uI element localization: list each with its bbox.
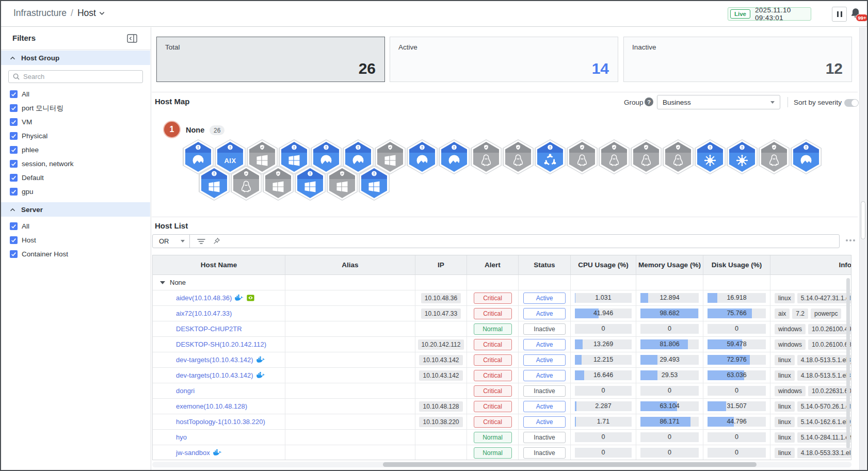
host-name-link[interactable]: dongri bbox=[176, 387, 195, 395]
column-header-information[interactable]: Information bbox=[770, 255, 851, 274]
host-name-link[interactable]: DESKTOP-CHUP2TR bbox=[176, 325, 242, 333]
filter-icon[interactable] bbox=[197, 238, 205, 245]
section-header-host-group[interactable]: Host Group bbox=[1, 51, 150, 65]
alert-badge: Critical bbox=[474, 339, 512, 350]
hexagon-tux-host[interactable] bbox=[759, 139, 790, 174]
column-header-status[interactable]: Status bbox=[519, 255, 571, 274]
table-group-row[interactable]: None bbox=[153, 275, 851, 290]
pin-icon[interactable] bbox=[213, 237, 220, 245]
alert-badge: Critical bbox=[474, 308, 512, 319]
hexagon-windows-host[interactable] bbox=[327, 166, 358, 201]
checkbox-checked-icon[interactable] bbox=[10, 104, 18, 112]
filter-checkbox-item[interactable]: phlee bbox=[1, 143, 150, 157]
hexagon-rocky-host[interactable] bbox=[439, 139, 470, 174]
column-header-alert[interactable]: Alert bbox=[467, 255, 519, 274]
filter-checkbox-item[interactable]: All bbox=[1, 87, 150, 101]
alias-cell bbox=[285, 337, 415, 352]
collapse-group-icon[interactable] bbox=[160, 281, 165, 284]
filter-checkbox-item[interactable]: All bbox=[1, 219, 150, 233]
pause-button[interactable] bbox=[832, 7, 847, 22]
disk-usage-cell: 0 bbox=[703, 430, 770, 445]
breadcrumb-host-menu[interactable]: Host bbox=[77, 8, 105, 19]
filter-checkbox-item[interactable]: session, network bbox=[1, 157, 150, 171]
info-chip: linux bbox=[775, 432, 795, 443]
host-list-title: Host List bbox=[155, 221, 188, 230]
hexagon-centos-host[interactable] bbox=[695, 139, 726, 174]
host-name-link[interactable]: DESKTOP-SH(10.20.142.112) bbox=[176, 340, 266, 348]
column-header-disk-usage-[interactable]: Disk Usage (%) bbox=[703, 255, 770, 274]
windows-os-icon bbox=[207, 180, 221, 194]
column-header-cpu-usage-[interactable]: CPU Usage (%) bbox=[571, 255, 636, 274]
hexagon-tux-host[interactable] bbox=[231, 166, 262, 201]
card-inactive[interactable]: Inactive 12 bbox=[623, 37, 852, 82]
card-total[interactable]: Total 26 bbox=[156, 37, 385, 82]
page-scrollbar-thumb[interactable] bbox=[861, 201, 865, 239]
hexagon-windows-host[interactable] bbox=[359, 166, 390, 201]
host-name-link[interactable]: hyo bbox=[176, 433, 187, 441]
group-by-select[interactable]: Business bbox=[657, 95, 780, 109]
checkbox-checked-icon[interactable] bbox=[10, 118, 18, 126]
divider bbox=[152, 217, 858, 217]
status-cell: Active bbox=[519, 337, 571, 352]
host-name-link[interactable]: aidev(10.10.48.36) bbox=[176, 294, 232, 302]
hexagon-tux-host[interactable] bbox=[631, 139, 662, 174]
filter-checkbox-item[interactable]: gpu bbox=[1, 185, 150, 199]
more-options-button[interactable] bbox=[846, 239, 855, 241]
checkbox-checked-icon[interactable] bbox=[10, 132, 18, 140]
host-name-link[interactable]: aix72(10.10.47.33) bbox=[176, 310, 232, 317]
checkbox-checked-icon[interactable] bbox=[10, 236, 18, 244]
horizontal-scrollbar-thumb[interactable] bbox=[383, 462, 757, 467]
checkbox-checked-icon[interactable] bbox=[10, 222, 18, 230]
cpu-usage-bar: 1.71 bbox=[575, 417, 632, 427]
ip-chip: 10.20.142.112 bbox=[418, 339, 464, 350]
checkbox-checked-icon[interactable] bbox=[10, 188, 18, 196]
hexagon-tux-host[interactable] bbox=[567, 139, 598, 174]
docker-icon bbox=[256, 372, 265, 379]
hexagon-tux-host[interactable] bbox=[663, 139, 694, 174]
column-header-host-name[interactable]: Host Name bbox=[153, 255, 285, 274]
host-name-link[interactable]: exemone(10.10.48.128) bbox=[176, 402, 247, 410]
filter-checkbox-item[interactable]: VM bbox=[1, 115, 150, 129]
search-input[interactable] bbox=[23, 73, 138, 80]
hexagon-windows-host[interactable] bbox=[199, 166, 230, 201]
checkbox-checked-icon[interactable] bbox=[10, 146, 18, 154]
column-header-ip[interactable]: IP bbox=[415, 255, 467, 274]
host-name-link[interactable]: dev-targets(10.10.43.142) bbox=[176, 371, 253, 379]
table-vertical-scrollbar[interactable] bbox=[846, 278, 850, 448]
alert-badge: Critical bbox=[474, 370, 512, 381]
divider bbox=[152, 92, 858, 92]
hexagon-tux-host[interactable] bbox=[471, 139, 502, 174]
host-name-link[interactable]: hostTopology-1(10.10.38.220) bbox=[176, 418, 265, 426]
alias-cell bbox=[285, 368, 415, 383]
filter-checkbox-item[interactable]: Host bbox=[1, 233, 150, 247]
checkbox-checked-icon[interactable] bbox=[10, 160, 18, 168]
host-name-link[interactable]: jw-sandbox bbox=[176, 449, 210, 457]
host-name-link[interactable]: dev-targets(10.10.43.142) bbox=[176, 356, 253, 364]
filter-checkbox-item[interactable]: Default bbox=[1, 171, 150, 185]
hexagon-tux-host[interactable] bbox=[503, 139, 534, 174]
hexagon-ubuntu-host[interactable] bbox=[535, 139, 566, 174]
checkbox-checked-icon[interactable] bbox=[10, 174, 18, 182]
help-icon[interactable]: ? bbox=[645, 98, 653, 106]
hexagon-windows-host[interactable] bbox=[263, 166, 294, 201]
hexagon-rocky-host[interactable] bbox=[791, 139, 822, 174]
hexagon-tux-host[interactable] bbox=[599, 139, 630, 174]
info-chip: 5.14.0-570.26.1.el9_6. bbox=[797, 401, 851, 412]
filter-operator-select[interactable]: OR bbox=[153, 235, 190, 248]
card-active[interactable]: Active 14 bbox=[390, 37, 618, 82]
collapse-sidebar-button[interactable] bbox=[127, 34, 137, 43]
hexagon-rocky-host[interactable] bbox=[407, 139, 438, 174]
breadcrumb: Infrastructure / Host bbox=[13, 8, 105, 19]
column-header-memory-usage-[interactable]: Memory Usage (%) bbox=[636, 255, 703, 274]
filter-checkbox-item[interactable]: Physical bbox=[1, 129, 150, 143]
filter-checkbox-item[interactable]: port 모니터링 bbox=[1, 101, 150, 115]
checkbox-checked-icon[interactable] bbox=[10, 250, 18, 258]
hexagon-centos-host[interactable] bbox=[727, 139, 758, 174]
section-header-server[interactable]: Server bbox=[1, 202, 150, 217]
checkbox-checked-icon[interactable] bbox=[10, 90, 18, 98]
hexagon-windows-host[interactable] bbox=[295, 166, 326, 201]
breadcrumb-infrastructure[interactable]: Infrastructure bbox=[13, 8, 67, 19]
sort-by-severity-toggle[interactable] bbox=[844, 99, 859, 107]
filter-checkbox-item[interactable]: Container Host bbox=[1, 247, 150, 261]
column-header-alias[interactable]: Alias bbox=[285, 255, 415, 274]
